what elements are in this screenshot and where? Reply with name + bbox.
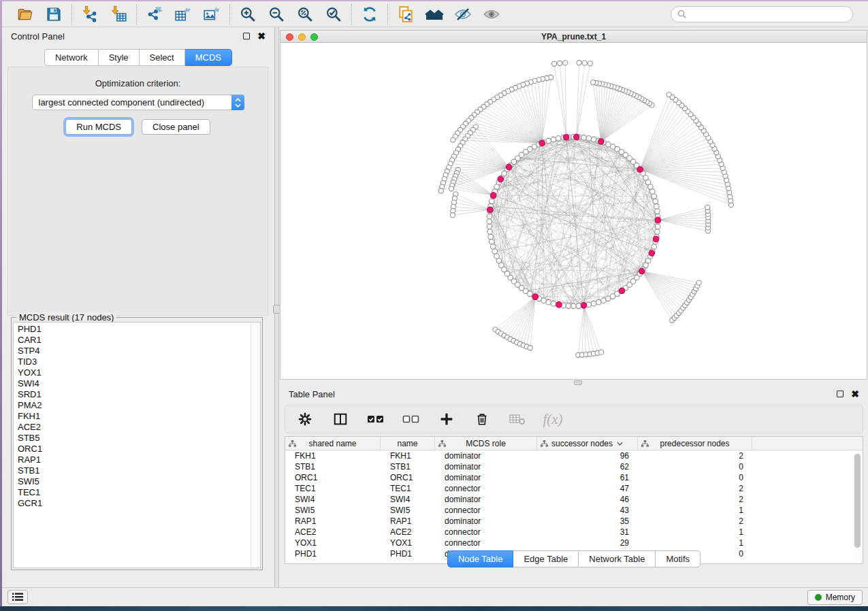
network-node[interactable] bbox=[490, 244, 496, 250]
delete-column-icon[interactable] bbox=[472, 409, 492, 429]
mcds-hub-node[interactable] bbox=[619, 288, 625, 294]
network-leaf-node[interactable] bbox=[563, 61, 568, 65]
table-tab-network-table[interactable]: Network Table bbox=[579, 550, 656, 567]
mcds-hub-node[interactable] bbox=[639, 268, 645, 274]
table-row[interactable]: RAP1RAP1dominator352 bbox=[285, 516, 863, 527]
zoom-in-icon[interactable] bbox=[238, 5, 257, 24]
export-table-icon[interactable] bbox=[174, 5, 193, 24]
mcds-result-list[interactable]: PHD1CAR1STP4TID3YOX1SWI4SRD1PMA2FKH1ACE2… bbox=[13, 322, 261, 568]
network-canvas[interactable] bbox=[280, 43, 867, 380]
network-leaf-node[interactable] bbox=[705, 205, 710, 210]
mcds-result-item[interactable]: ORC1 bbox=[18, 444, 251, 455]
table-row[interactable]: YOX1YOX1connector291 bbox=[285, 538, 863, 548]
network-leaf-node[interactable] bbox=[451, 137, 455, 142]
tab-network[interactable]: Network bbox=[44, 49, 99, 66]
mcds-result-item[interactable]: TID3 bbox=[18, 357, 251, 367]
network-node[interactable] bbox=[487, 214, 492, 219]
mcds-hub-node[interactable] bbox=[581, 303, 587, 309]
import-table-icon[interactable] bbox=[109, 5, 128, 24]
network-leaf-node[interactable] bbox=[450, 213, 455, 218]
mcds-result-item[interactable]: CAR1 bbox=[18, 335, 251, 346]
column-header-predecessor-nodes[interactable]: predecessor nodes bbox=[638, 437, 752, 450]
mcds-list-scrollbar[interactable] bbox=[251, 323, 259, 567]
search-input[interactable] bbox=[690, 10, 846, 19]
horizontal-splitter[interactable] bbox=[280, 380, 868, 385]
global-search-field[interactable] bbox=[671, 6, 853, 22]
mcds-hub-node[interactable] bbox=[655, 217, 661, 223]
network-graph[interactable] bbox=[280, 43, 867, 379]
table-row[interactable]: TEC1TEC1connector472 bbox=[285, 483, 863, 494]
network-leaf-node[interactable] bbox=[577, 61, 581, 65]
close-table-panel-icon[interactable]: ✖ bbox=[851, 391, 859, 397]
add-column-icon[interactable] bbox=[436, 409, 457, 429]
mcds-hub-node[interactable] bbox=[498, 176, 504, 182]
float-table-panel-icon[interactable] bbox=[837, 391, 843, 397]
mcds-result-item[interactable]: RAP1 bbox=[18, 455, 251, 465]
refresh-layout-icon[interactable] bbox=[360, 5, 379, 24]
network-leaf-node[interactable] bbox=[438, 188, 443, 193]
network-node[interactable] bbox=[487, 224, 492, 229]
close-panel-icon[interactable]: ✖ bbox=[257, 33, 266, 39]
network-node[interactable] bbox=[586, 136, 592, 142]
save-session-icon[interactable] bbox=[44, 5, 63, 24]
table-scrollbar[interactable] bbox=[853, 451, 862, 562]
mcds-result-item[interactable]: SRD1 bbox=[18, 389, 251, 400]
tab-mcds[interactable]: MCDS bbox=[185, 49, 232, 66]
mcds-hub-node[interactable] bbox=[598, 139, 605, 145]
network-leaf-node[interactable] bbox=[588, 61, 592, 66]
network-leaf-node[interactable] bbox=[528, 346, 532, 350]
network-leaf-node[interactable] bbox=[666, 92, 671, 97]
network-node[interactable] bbox=[581, 135, 587, 140]
column-header-successor-nodes[interactable]: successor nodes bbox=[537, 437, 638, 450]
network-window-titlebar[interactable]: YPA_prune.txt_1 bbox=[280, 30, 867, 43]
network-leaf-node[interactable] bbox=[449, 186, 453, 191]
network-node[interactable] bbox=[655, 209, 660, 214]
mcds-result-item[interactable]: STP4 bbox=[18, 346, 251, 357]
window-zoom-traffic-light[interactable] bbox=[310, 33, 318, 41]
table-row[interactable]: ORC1ORC1dominator610 bbox=[285, 472, 863, 483]
import-network-icon[interactable] bbox=[80, 5, 99, 24]
network-node[interactable] bbox=[546, 138, 551, 144]
mcds-result-item[interactable]: STB5 bbox=[18, 433, 251, 444]
mcds-hub-node[interactable] bbox=[487, 207, 494, 213]
zoom-fit-icon[interactable] bbox=[295, 5, 315, 24]
mcds-result-item[interactable]: PMA2 bbox=[18, 400, 251, 411]
mcds-hub-node[interactable] bbox=[563, 134, 569, 140]
zoom-out-icon[interactable] bbox=[267, 5, 286, 24]
first-neighbors-icon[interactable] bbox=[425, 5, 444, 24]
table-row[interactable]: SWI4SWI4dominator462 bbox=[285, 494, 863, 505]
network-node[interactable] bbox=[556, 136, 561, 142]
table-row[interactable]: STB1STB1dominator620 bbox=[285, 461, 863, 472]
network-node[interactable] bbox=[652, 244, 657, 250]
network-node[interactable] bbox=[655, 224, 660, 229]
column-header-MCDS-role[interactable]: MCDS role bbox=[435, 437, 537, 450]
show-all-icon[interactable] bbox=[482, 5, 501, 24]
optimization-criterion-select[interactable]: largest connected component (undirected) bbox=[32, 95, 244, 110]
network-node[interactable] bbox=[487, 229, 493, 235]
table-row[interactable]: FKH1FKH1dominator962 bbox=[285, 450, 863, 461]
horizontal-splitter-handle[interactable] bbox=[574, 380, 582, 385]
table-scrollbar-thumb[interactable] bbox=[854, 454, 861, 548]
window-close-traffic-light[interactable] bbox=[286, 33, 293, 41]
export-image-icon[interactable] bbox=[202, 5, 221, 24]
mcds-result-item[interactable]: TEC1 bbox=[18, 487, 251, 498]
network-node[interactable] bbox=[489, 239, 494, 244]
tab-style[interactable]: Style bbox=[99, 49, 140, 66]
network-leaf-node[interactable] bbox=[696, 280, 701, 285]
mcds-result-item[interactable]: FKH1 bbox=[18, 411, 251, 422]
network-node[interactable] bbox=[576, 303, 581, 309]
window-minimize-traffic-light[interactable] bbox=[298, 33, 306, 41]
network-node[interactable] bbox=[571, 303, 577, 309]
table-tab-edge-table[interactable]: Edge Table bbox=[513, 550, 579, 567]
mcds-hub-node[interactable] bbox=[532, 294, 539, 300]
network-leaf-node[interactable] bbox=[599, 350, 604, 354]
float-panel-icon[interactable] bbox=[243, 33, 250, 39]
mcds-hub-node[interactable] bbox=[539, 140, 545, 146]
network-leaf-node[interactable] bbox=[582, 61, 587, 65]
select-all-rows-icon[interactable] bbox=[366, 409, 386, 429]
network-leaf-node[interactable] bbox=[591, 80, 596, 85]
column-header-shared-name[interactable]: shared name bbox=[285, 437, 381, 450]
network-node[interactable] bbox=[591, 301, 596, 306]
network-node[interactable] bbox=[596, 299, 602, 305]
network-node[interactable] bbox=[551, 137, 556, 142]
